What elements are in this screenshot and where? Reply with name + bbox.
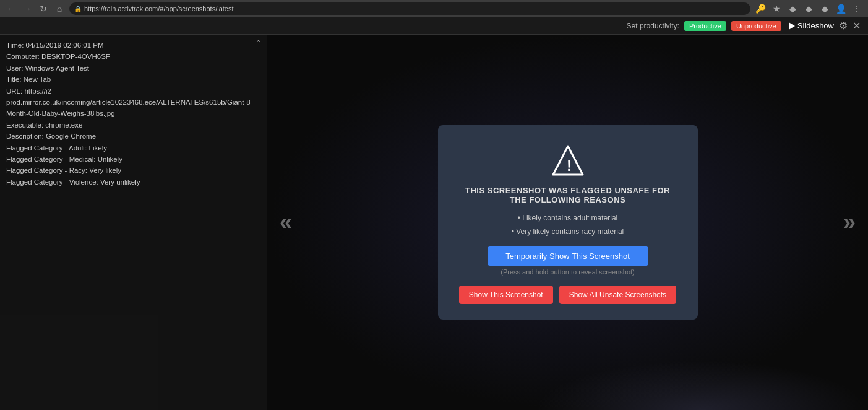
browser-right-icons: 🔑 ★ ◆ ◆ ◆ 👤 ⋮ xyxy=(754,2,863,15)
unproductive-button[interactable]: Unproductive xyxy=(731,21,781,31)
show-all-unsafe-button[interactable]: Show All Unsafe Screenshots xyxy=(559,286,676,304)
close-icon[interactable]: ✕ xyxy=(853,20,861,32)
productivity-label: Set productivity: xyxy=(627,22,679,30)
info-title: Title: New Tab xyxy=(6,74,261,85)
user-avatar[interactable]: 👤 xyxy=(835,2,847,15)
url-text: https://rain.activtrak.com/#/app/screens… xyxy=(84,5,234,12)
back-button[interactable]: ← xyxy=(5,2,17,15)
reason-adult: • Likely contains adult material xyxy=(518,214,618,222)
bottom-overlay xyxy=(535,360,868,410)
browser-chrome: ← → ↻ ⌂ 🔒 https://rain.activtrak.com/#/a… xyxy=(0,0,868,17)
warning-reasons: • Likely contains adult material • Very … xyxy=(512,212,624,238)
app-header: Set productivity: Productive Unproductiv… xyxy=(0,17,868,35)
slideshow-label: Slideshow xyxy=(797,21,834,30)
show-this-screenshot-button[interactable]: Show This Screenshot xyxy=(459,286,553,304)
info-url: URL: https://i2-prod.mirror.co.uk/incomi… xyxy=(6,85,261,120)
warning-icon: ! xyxy=(551,144,585,178)
info-executable: Executable: chrome.exe xyxy=(6,120,261,131)
extension-icon1[interactable]: ◆ xyxy=(786,2,799,15)
info-flagged-medical: Flagged Category - Medical: Unlikely xyxy=(6,154,261,165)
main-content: ⌃ Time: 04/15/2019 02:06:01 PM Computer:… xyxy=(0,35,868,410)
press-hold-label: (Press and hold button to reveal screens… xyxy=(501,268,634,276)
settings-icon[interactable]: ⚙ xyxy=(839,20,848,32)
warning-title: THIS SCREENSHOT WAS FLAGGED UNSAFE FOR T… xyxy=(457,186,679,204)
screenshot-area: « ! THIS SCREENSHOT WAS FLAGGED UNSAFE F… xyxy=(267,35,868,410)
extension-icon2[interactable]: ◆ xyxy=(802,2,815,15)
collapse-button[interactable]: ⌃ xyxy=(255,38,262,48)
lock-icon: 🔒 xyxy=(74,6,82,12)
prev-screenshot-button[interactable]: « xyxy=(273,203,298,242)
temp-show-button[interactable]: Temporarily Show This Screenshot xyxy=(488,246,648,266)
warning-dialog: ! THIS SCREENSHOT WAS FLAGGED UNSAFE FOR… xyxy=(438,125,698,319)
home-button[interactable]: ⌂ xyxy=(53,2,66,15)
bookmark-icon[interactable]: ★ xyxy=(770,2,783,15)
info-user: User: Windows Agent Test xyxy=(6,63,261,74)
key-icon[interactable]: 🔑 xyxy=(754,2,767,15)
slideshow-button[interactable]: Slideshow xyxy=(789,21,834,30)
svg-text:!: ! xyxy=(567,157,572,174)
next-screenshot-button[interactable]: » xyxy=(837,203,862,242)
address-bar[interactable]: 🔒 https://rain.activtrak.com/#/app/scree… xyxy=(69,2,750,15)
extension-icon3[interactable]: ◆ xyxy=(819,2,831,15)
forward-button[interactable]: → xyxy=(21,2,33,15)
productivity-section: Set productivity: Productive Unproductiv… xyxy=(627,21,781,31)
more-options-icon[interactable]: ⋮ xyxy=(851,2,863,15)
info-flagged-racy: Flagged Category - Racy: Very likely xyxy=(6,165,261,176)
info-description: Description: Google Chrome xyxy=(6,131,261,142)
info-time: Time: 04/15/2019 02:06:01 PM xyxy=(6,40,261,51)
info-flagged-adult: Flagged Category - Adult: Likely xyxy=(6,142,261,154)
header-right-controls: Slideshow ⚙ ✕ xyxy=(789,20,861,32)
productive-button[interactable]: Productive xyxy=(684,21,726,31)
info-panel: ⌃ Time: 04/15/2019 02:06:01 PM Computer:… xyxy=(0,35,267,410)
reason-racy: • Very likely contains racy material xyxy=(512,227,624,236)
refresh-button[interactable]: ↻ xyxy=(37,2,49,15)
dialog-bottom-buttons: Show This Screenshot Show All Unsafe Scr… xyxy=(459,286,676,304)
info-flagged-violence: Flagged Category - Violence: Very unlike… xyxy=(6,177,261,188)
info-computer: Computer: DESKTOP-4OVH6SF xyxy=(6,51,261,62)
play-icon xyxy=(789,22,795,30)
